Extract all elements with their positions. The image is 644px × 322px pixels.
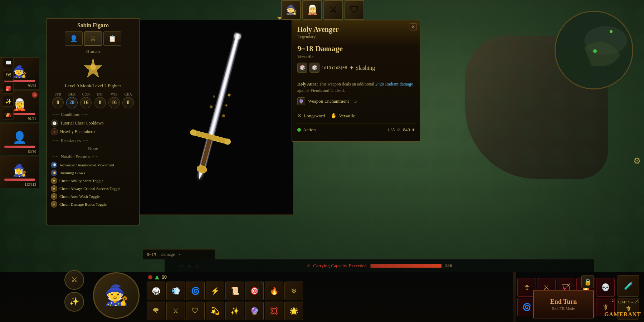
emblem-svg [82, 57, 104, 78]
ability-14[interactable]: 🔮 [245, 302, 264, 320]
action-icons-left: ⚔ ✨ [64, 270, 84, 312]
stat-cha-label: CHA [122, 92, 135, 96]
settings-button[interactable]: ⚙ [633, 156, 641, 166]
conditions-divider: Conditions [51, 112, 135, 117]
hotbar-row-2: 🌪 ⚔ 🛡 💫 ✨ 🔮 💢 🌟 [147, 302, 513, 320]
action-icon-skill[interactable]: ✨ [64, 292, 84, 312]
item-damage-qualifier: Versatile [297, 54, 415, 60]
hp-fill-4 [4, 179, 35, 181]
ability-13[interactable]: ✨ [225, 302, 244, 320]
character-name: Sabin Figaro [51, 22, 135, 29]
avatar-face-2: 🧝 [307, 4, 318, 15]
stat-dex-value: 20 [66, 97, 78, 108]
weapon-type: Longsword [304, 113, 325, 119]
feature-name-2: Booming Blows [59, 171, 85, 175]
feature-icon-2: 💥 [51, 170, 57, 176]
nav-inventory[interactable]: 🎒 [3, 83, 14, 94]
item-rarity: Legendary [297, 34, 415, 40]
hp-text-3: 80/80 [28, 150, 36, 153]
end-turn-button[interactable]: End Turn Exit TB Mode [533, 290, 594, 318]
extra-slot-1[interactable]: 🧪 [618, 275, 639, 297]
char-tab-character[interactable]: 👤 [65, 31, 83, 46]
stat-str-value: 8 [52, 97, 64, 108]
separator [513, 272, 516, 322]
ability-12[interactable]: 💫 [206, 302, 224, 320]
close-button[interactable]: ✕ [410, 23, 417, 30]
ability-9[interactable]: 🌪 [147, 302, 165, 320]
hp-bar-4 [4, 179, 35, 181]
ability-11[interactable]: 🛡 [186, 302, 205, 320]
nav-camp[interactable]: ⛺ [3, 109, 14, 119]
feature-icon-5: ★ [51, 193, 57, 200]
item-name: Holy Avenger [297, 25, 415, 34]
feature-name-6: Cheat: Damage Bonus Toggle [59, 202, 107, 206]
action-dot [297, 128, 301, 132]
char-portrait-bottom[interactable]: 🧙 [93, 272, 140, 319]
nav-spells[interactable]: ✨ [3, 96, 14, 107]
action-label: Action [303, 127, 316, 133]
ability-1[interactable]: 🥋 [147, 282, 165, 300]
capacity-warning: ⚠ Carrying Capacity Exceeded [307, 263, 366, 269]
attack-bonus-value: 6~13 [147, 252, 156, 258]
stat-str-label: STR [52, 92, 64, 96]
stat-int-value: 8 [94, 97, 106, 108]
feature-name-1: Advanced Unarmoured Movement [59, 163, 114, 167]
sword-type-icon: ✕ [297, 113, 302, 119]
portrait-top-4[interactable]: 🛡 [345, 0, 364, 20]
ability-15[interactable]: 💢 [265, 302, 283, 320]
avatar-1: 🧙 [13, 65, 27, 78]
svg-point-21 [222, 114, 225, 117]
feature-6: ★ Cheat: Damage Bonus Toggle [51, 201, 135, 208]
character-level: Level 9 Monk/Level 2 Fighter [51, 83, 135, 89]
char-tab-spells[interactable]: 📋 [103, 31, 121, 46]
char-tab-equipment[interactable]: ⚔ [84, 31, 102, 46]
char-portrait-avatar: 🧙 [104, 284, 129, 307]
character-panel: Sabin Figaro 👤 ⚔ 📋 Human Level 9 Monk/Le… [47, 18, 140, 225]
ability-5[interactable]: 📜 [225, 282, 244, 300]
right-slot-5[interactable]: 💀 [596, 278, 615, 297]
weight-value: 1.35 [387, 127, 395, 133]
minimap[interactable] [555, 11, 633, 89]
feature-icon-1: 💨 [51, 162, 57, 168]
condition-name-1: Tutorial Chest Cooldown [60, 121, 104, 126]
item-price: 1.35 ⚖ 840 ♦ [387, 127, 415, 133]
end-turn-label: End Turn [550, 298, 577, 306]
feature-2: 💥 Booming Blows [51, 170, 135, 176]
hp-bar-3 [4, 146, 35, 148]
dice-icon-2: 🎲 [309, 63, 319, 73]
ability-slots-area: 10 🥋 💨 🌀 ⚡ 📜 🎯+ 🔥 ❄ 🌪 ⚔ 🛡 💫 ✨ 🔮 💢 🌟 [147, 274, 513, 320]
character-emblem [51, 57, 135, 82]
ability-16[interactable]: 🌟 [284, 302, 303, 320]
portrait-top-3[interactable]: ⚔ [323, 0, 343, 20]
attack-separator: - [179, 252, 181, 257]
ability-4[interactable]: ⚡ [206, 282, 224, 300]
feature-icon-3: ★ [51, 177, 57, 184]
nav-journal[interactable]: 📖 [3, 57, 14, 68]
avatar-face-1: 🧙 [286, 4, 297, 15]
ability-10[interactable]: ⚔ [166, 302, 185, 320]
ability-6[interactable]: 🎯+ [245, 282, 264, 300]
char-tabs: 👤 ⚔ 📋 [51, 31, 135, 46]
portrait-top-2[interactable]: 🧝 [302, 0, 322, 20]
hotbar-row-1: 🥋 💨 🌀 ⚡ 📜 🎯+ 🔥 ❄ [147, 282, 513, 300]
stat-int-label: INT [94, 92, 107, 96]
carrying-warning-text: Carrying Capacity Exceeded [313, 263, 366, 269]
feature-4: ★ Cheat: Always Critical Success Toggle [51, 185, 135, 192]
portrait-top-1[interactable]: 🧙 [281, 0, 301, 20]
dice-damage-type: ✦ Slashing [349, 64, 375, 71]
ability-8[interactable]: ❄ [284, 282, 303, 300]
nav-map[interactable]: 🗺 [3, 70, 14, 81]
svg-point-22 [213, 95, 215, 98]
left-portrait-3[interactable]: 👤 80/80 [0, 123, 39, 155]
ability-2[interactable]: 💨 [166, 282, 185, 300]
minimap-content [556, 12, 632, 88]
action-icon-attack[interactable]: ⚔ [64, 270, 84, 290]
feature-3: ★ Cheat: Ability Score Toggle [51, 177, 135, 184]
feature-name-3: Cheat: Ability Score Toggle [59, 179, 103, 183]
ability-7[interactable]: 🔥 [265, 282, 283, 300]
lock-button[interactable]: 🔒 [581, 275, 594, 288]
ability-3[interactable]: 🌀 [186, 282, 205, 300]
carrying-current: 536 [445, 263, 452, 268]
dice-formula: 1d10 (1d8)+8 [322, 65, 347, 70]
left-portrait-4[interactable]: 🧙‍♀️ 113/113 [0, 156, 39, 188]
